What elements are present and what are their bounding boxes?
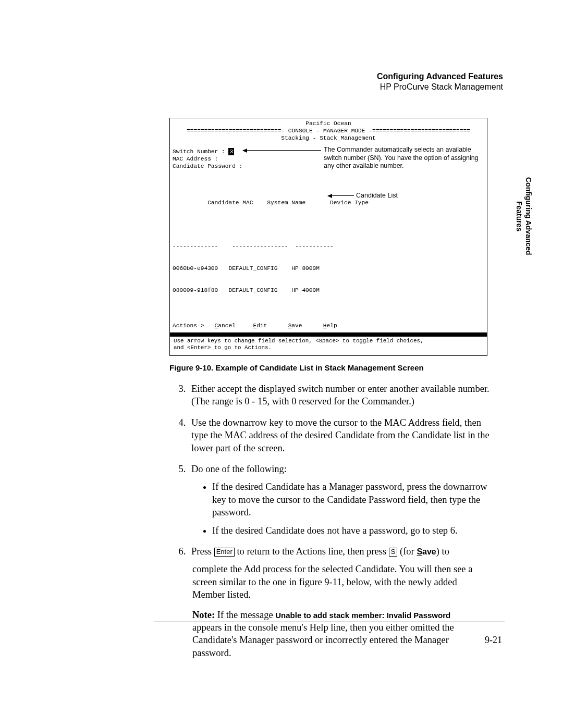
keycap-s: S [389,548,398,557]
page-header: Configuring Advanced Features HP ProCurv… [154,72,503,92]
console-mode-line: ===========================- CONSOLE - M… [173,127,484,134]
arrow-icon [328,195,354,196]
console-divider-bar [170,332,487,337]
page-number: 9-21 [154,635,502,646]
step-5-bullet-1: If the desired Candidate has a Manager p… [212,480,498,519]
error-message: Unable to add stack member: Invalid Pass… [275,611,450,620]
switch-number-label: Switch Number : [173,149,228,155]
table-header: Candidate MAC System Name Device Type Ca… [173,192,484,228]
action-help: Help [323,323,337,329]
table-divider: ------------- ---------------- ---------… [173,243,484,250]
note-label: Note: [192,610,215,620]
procedure-steps: Either accept the displayed switch numbe… [169,382,503,558]
figure-caption: Figure 9-10. Example of Candidate List i… [169,363,487,372]
header-subtitle: HP ProCurve Stack Management [154,82,503,92]
arrow-icon [243,150,321,151]
step-6-continuation: complete the Add process for the selecte… [192,563,482,601]
note-block: Note: If the message Unable to add stack… [192,609,482,660]
switch-number-value: 3 [228,148,234,155]
header-title: Configuring Advanced Features [154,72,503,81]
action-cancel: Cancel [215,323,236,329]
step-4: Use the downarrow key to move the cursor… [188,416,498,454]
actions-row: Actions-> Cancel Edit Save Help [173,322,484,329]
callout-candidate-list: Candidate List [356,192,429,200]
step-3: Either accept the displayed switch numbe… [188,382,498,408]
step-5: Do one of the following: If the desired … [188,463,498,537]
table-row: 080009-918f80 DEFAULT_CONFIG HP 4000M [173,287,484,294]
step-6: Press Enter to return to the Actions lin… [188,545,498,558]
keycap-enter: Enter [214,548,235,557]
save-label: Save [417,547,436,556]
console-title: Pacific Ocean [173,120,484,127]
callout-switch-number: The Commander automatically selects an a… [324,146,480,170]
action-save: Save [288,323,302,329]
table-row: 0060b0-e94300 DEFAULT_CONFIG HP 8000M [173,265,484,272]
console-screenshot: Pacific Ocean ==========================… [169,118,487,356]
console-help-text: Use arrow keys to change field selection… [173,338,484,351]
step-5-bullet-2: If the desired Candidate does not have a… [212,524,498,537]
side-tab: Configuring Advanced Features [515,177,533,255]
action-edit: Edit [253,323,267,329]
console-subtitle: Stacking - Stack Management [173,134,484,142]
footer-rule [154,622,505,622]
